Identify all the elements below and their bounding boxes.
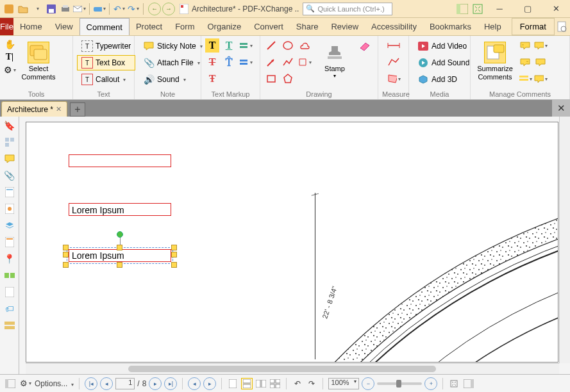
export-comments-icon[interactable] bbox=[533, 72, 548, 86]
insert-text-icon[interactable]: T̂ bbox=[222, 55, 236, 69]
tab-home[interactable]: Home bbox=[13, 18, 49, 35]
fit-page-icon[interactable] bbox=[448, 378, 460, 389]
comments-panel-icon[interactable] bbox=[3, 152, 16, 165]
summarize-comments-button[interactable]: Summarize Comments bbox=[474, 38, 516, 85]
text-box-annotation-1[interactable] bbox=[69, 154, 171, 167]
history-forward-button[interactable]: ▸ bbox=[203, 377, 216, 390]
app-menu-icon[interactable] bbox=[3, 3, 15, 15]
drawing-more-1[interactable] bbox=[298, 55, 312, 69]
markup-more-1[interactable] bbox=[239, 38, 253, 53]
perimeter-icon[interactable] bbox=[387, 55, 401, 69]
properties-panel-icon[interactable] bbox=[3, 319, 16, 332]
save-icon[interactable] bbox=[45, 3, 58, 15]
tab-share[interactable]: Share bbox=[290, 18, 325, 35]
add-3d-button[interactable]: Add 3D bbox=[413, 72, 474, 87]
tabs-close-all[interactable]: ✕ bbox=[552, 100, 570, 117]
tab-close-icon[interactable]: ✕ bbox=[56, 105, 62, 113]
tags-panel-icon[interactable]: 🏷 bbox=[3, 302, 16, 315]
layers-panel-icon[interactable] bbox=[3, 219, 16, 232]
tab-form[interactable]: Form bbox=[169, 18, 201, 35]
oval-icon[interactable] bbox=[281, 38, 295, 53]
tab-convert[interactable]: Convert bbox=[247, 18, 290, 35]
fit-icon[interactable] bbox=[470, 1, 485, 17]
panel-toggle-icon[interactable] bbox=[4, 377, 17, 390]
text-box-annotation-3-selected[interactable]: Lorem Ipsum bbox=[63, 245, 176, 267]
zoom-input[interactable]: 100% ▾ bbox=[328, 378, 359, 389]
polygon-icon[interactable] bbox=[281, 72, 295, 86]
close-button[interactable]: ✕ bbox=[542, 0, 570, 18]
resize-handle[interactable] bbox=[171, 252, 177, 257]
attachments-panel-icon[interactable]: 📎 bbox=[3, 169, 16, 182]
bookmarks-panel-icon[interactable]: 🔖 bbox=[3, 119, 16, 132]
layout-facing-cont-icon[interactable] bbox=[269, 378, 281, 389]
mail-icon[interactable] bbox=[73, 3, 86, 15]
attach-file-button[interactable]: 📎Attach File bbox=[138, 55, 207, 70]
find-icon[interactable] bbox=[555, 20, 569, 34]
polyline-icon[interactable] bbox=[281, 55, 295, 69]
next-page-button[interactable]: ▸ bbox=[149, 377, 162, 390]
open-dropdown[interactable] bbox=[31, 3, 44, 15]
line-icon[interactable] bbox=[264, 38, 278, 53]
tab-accessibility[interactable]: Accessibility bbox=[365, 18, 423, 35]
text-box-annotation-2[interactable]: Lorem Ipsum bbox=[69, 203, 171, 216]
sound-button[interactable]: 🔊Sound bbox=[138, 72, 207, 87]
comment-nav-prev-icon[interactable] bbox=[518, 38, 532, 53]
select-comments-button[interactable]: Select Comments bbox=[18, 38, 59, 85]
content-panel-icon[interactable] bbox=[3, 236, 16, 249]
tab-format[interactable]: Format bbox=[512, 18, 555, 35]
tools-more-icon[interactable]: ⚙ bbox=[4, 64, 15, 76]
show-comments-icon[interactable] bbox=[533, 38, 548, 53]
rotate-cw-icon[interactable]: ↷ bbox=[306, 378, 317, 389]
redo-icon[interactable]: ↷ bbox=[127, 3, 140, 15]
scrollbar-thumb[interactable] bbox=[128, 366, 436, 372]
import-comments-icon[interactable] bbox=[533, 55, 548, 69]
ui-layout-icon[interactable] bbox=[455, 1, 470, 17]
print-icon[interactable] bbox=[59, 3, 72, 15]
cloud-icon[interactable] bbox=[298, 38, 312, 53]
thumbnails-panel-icon[interactable] bbox=[3, 136, 16, 149]
nav-forward-icon[interactable]: → bbox=[162, 3, 175, 15]
resize-handle[interactable] bbox=[117, 245, 122, 250]
options-gear-icon[interactable]: ⚙ bbox=[19, 377, 32, 390]
resize-handle[interactable] bbox=[63, 245, 69, 250]
minimize-button[interactable]: ─ bbox=[485, 0, 514, 18]
text-box-button[interactable]: TText Box bbox=[77, 55, 135, 70]
rotation-handle[interactable] bbox=[117, 231, 123, 238]
horizontal-scrollbar[interactable] bbox=[26, 363, 559, 374]
typewriter-button[interactable]: TTypewriter bbox=[77, 38, 135, 54]
signatures-panel-icon[interactable] bbox=[3, 202, 16, 215]
rectangle-icon[interactable] bbox=[264, 72, 278, 86]
quick-launch-input[interactable]: 🔍 Quick Launch (Ctrl+.) bbox=[303, 3, 392, 15]
stamps-panel-icon[interactable] bbox=[3, 286, 16, 298]
zoom-out-button[interactable]: − bbox=[362, 377, 374, 390]
tab-view[interactable]: View bbox=[49, 18, 80, 35]
nav-back-icon[interactable]: ← bbox=[148, 3, 161, 15]
right-panel-toggle-icon[interactable] bbox=[462, 377, 475, 390]
file-menu[interactable]: File bbox=[0, 18, 13, 35]
open-icon[interactable] bbox=[17, 3, 29, 15]
distance-icon[interactable] bbox=[387, 38, 401, 53]
scan-icon[interactable] bbox=[93, 3, 106, 15]
text-box-3-content[interactable]: Lorem Ipsum bbox=[69, 249, 171, 262]
first-page-button[interactable]: |◂ bbox=[85, 377, 97, 390]
area-icon[interactable] bbox=[387, 72, 401, 86]
tab-help[interactable]: Help bbox=[478, 18, 508, 35]
vertical-scrollbar[interactable] bbox=[559, 117, 570, 363]
fields-panel-icon[interactable] bbox=[3, 186, 16, 199]
tab-bookmarks[interactable]: Bookmarks bbox=[423, 18, 478, 35]
markup-more-2[interactable] bbox=[239, 55, 253, 69]
zoom-in-button[interactable]: + bbox=[424, 377, 437, 390]
zoom-slider-knob[interactable] bbox=[396, 380, 401, 388]
arrow-icon[interactable] bbox=[264, 55, 278, 69]
maximize-button[interactable]: ▢ bbox=[514, 0, 542, 18]
options-label[interactable]: Options... bbox=[35, 379, 67, 388]
select-text-icon[interactable]: T| bbox=[4, 51, 15, 63]
layout-facing-icon[interactable] bbox=[255, 378, 267, 389]
layout-single-icon[interactable] bbox=[227, 378, 239, 389]
undo-icon[interactable]: ↶ bbox=[113, 3, 126, 15]
page-number-input[interactable]: 1 bbox=[115, 378, 135, 389]
zoom-slider[interactable] bbox=[377, 382, 422, 385]
replace-text-icon[interactable]: Ŧ bbox=[205, 72, 219, 86]
options-dropdown[interactable] bbox=[70, 379, 74, 388]
stamp-button[interactable]: Stamp▾ bbox=[314, 38, 355, 83]
